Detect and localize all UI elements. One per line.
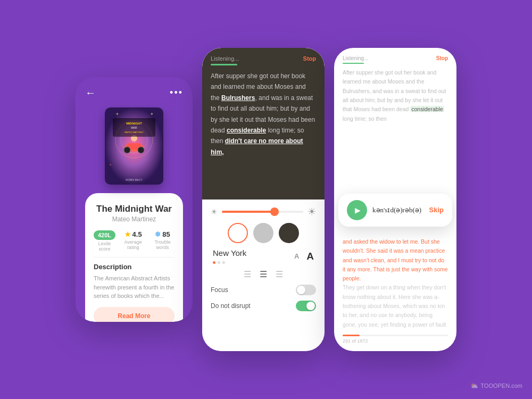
font-dot-3 xyxy=(222,261,225,264)
cloud-icon: ⛅ xyxy=(470,382,478,389)
font-dot-1 xyxy=(213,261,215,264)
svg-text:✦: ✦ xyxy=(115,112,119,117)
phone-word-lookup: Listening... Stop After supper she got o… xyxy=(334,48,456,351)
read-more-button[interactable]: Read More xyxy=(94,307,174,322)
play-icon: ▶ xyxy=(355,206,361,214)
trouble-label: Trouble words xyxy=(151,239,174,250)
book-author: Mateo Martinez xyxy=(94,215,174,223)
play-pronunciation-button[interactable]: ▶ xyxy=(347,200,367,220)
font-row: New York A A xyxy=(211,248,316,264)
stop-button-white[interactable]: Stop xyxy=(436,55,448,61)
settings-panel: ☀ ☀ New York xyxy=(202,200,325,351)
rating-label: Average rating xyxy=(121,239,145,250)
do-not-disrupt-label: Do not disrupt xyxy=(211,302,251,310)
pronunciation-card: ▶ kən'sɪd(ə)rəb(ə) Skip xyxy=(338,194,452,227)
watermark: ⛅ TOOOPEN.com xyxy=(470,382,522,389)
reading-area-dark: Listening... Stop After supper she got o… xyxy=(202,48,325,200)
snowflake-icon: ❄ xyxy=(155,230,161,238)
font-size-decrease[interactable]: A xyxy=(294,252,299,260)
svg-text:WAR: WAR xyxy=(131,126,137,129)
do-not-disrupt-row: Do not disrupt xyxy=(211,301,316,311)
do-not-disrupt-toggle[interactable] xyxy=(296,301,316,311)
reading-progress: 291 of 1872 xyxy=(334,329,456,351)
book-cover: MIDNIGHT WAR MATEO MARTINEZ ✦ ✦ ✦ ROBIN … xyxy=(105,107,163,185)
book-info-card: The Midnight War Mateo Martinez 420L Lex… xyxy=(85,193,183,322)
more-button[interactable]: ••• xyxy=(170,87,183,98)
focus-toggle[interactable] xyxy=(296,285,316,295)
lexile-label: Lexile score xyxy=(94,241,115,252)
watermark-text: TOOOPEN.com xyxy=(480,383,522,389)
align-center-icon[interactable]: ☰ xyxy=(260,269,267,279)
reading-text-gray-bottom: They get down on a thing when they don't… xyxy=(334,283,456,329)
focus-row: Focus xyxy=(211,285,316,295)
brightness-slider[interactable] xyxy=(222,211,303,213)
phone-reading-settings: Listening... Stop After supper she got o… xyxy=(202,48,325,351)
lexile-badge: 420L xyxy=(94,230,115,240)
svg-text:✦: ✦ xyxy=(109,163,112,167)
bulrushers-text: Bulrushers xyxy=(221,94,255,102)
swatch-white[interactable] xyxy=(228,223,248,243)
progress-bar-white xyxy=(343,63,364,64)
progress-fill xyxy=(343,335,360,336)
star-icon: ★ xyxy=(124,230,131,238)
listening-label-dark: Listening... xyxy=(211,55,239,62)
book-stats: 420L Lexile score ★ 4.5 Average rating ❄ xyxy=(94,230,174,252)
font-size-controls: A A xyxy=(294,251,314,262)
rating-value: ★ 4.5 xyxy=(124,230,142,238)
font-dot-2 xyxy=(218,261,220,264)
svg-text:ROBIN MACY: ROBIN MACY xyxy=(126,178,143,181)
didnt-care-text: didn't care no more about him, xyxy=(211,137,303,155)
skip-button[interactable]: Skip xyxy=(429,206,444,214)
svg-text:✦: ✦ xyxy=(150,112,154,117)
considerable-highlight: considerable xyxy=(410,106,444,112)
sun-large-icon: ☀ xyxy=(307,206,316,218)
sun-small-icon: ☀ xyxy=(211,207,218,216)
description-heading: Description xyxy=(94,263,174,271)
listening-label-white: Listening... xyxy=(343,55,368,61)
reading-text-orange-top: and asked the widow to let me. But she w… xyxy=(334,237,456,284)
progress-bar-container xyxy=(343,335,448,336)
color-swatches xyxy=(211,223,316,243)
font-name[interactable]: New York xyxy=(213,248,246,257)
swatch-gray[interactable] xyxy=(253,223,273,243)
svg-text:MIDNIGHT: MIDNIGHT xyxy=(126,122,142,125)
phone-book-detail: ← ••• xyxy=(76,77,193,322)
align-justify-icon[interactable]: ☰ xyxy=(276,269,283,279)
font-size-increase[interactable]: A xyxy=(306,251,314,262)
book-title: The Midnight War xyxy=(94,204,174,214)
back-button[interactable]: ← xyxy=(85,87,96,99)
trouble-value: ❄ 85 xyxy=(155,230,170,238)
divider xyxy=(94,257,174,257)
description-text: The American Abstract Artists herewith p… xyxy=(94,274,174,301)
focus-label: Focus xyxy=(211,286,228,294)
svg-text:MATEO MARTINEZ: MATEO MARTINEZ xyxy=(124,131,144,134)
reading-text-dark: After supper she got out her book and le… xyxy=(211,71,316,157)
swatch-dark[interactable] xyxy=(279,223,299,243)
svg-point-5 xyxy=(124,147,130,153)
considerable-text: considerable xyxy=(227,127,266,134)
progress-text: 291 of 1872 xyxy=(343,338,368,344)
stop-button-dark[interactable]: Stop xyxy=(303,55,316,62)
phonetic-text: kən'sɪd(ə)rəb(ə) xyxy=(372,206,424,214)
align-left-icon[interactable]: ☰ xyxy=(244,269,251,279)
alignment-row: ☰ ☰ ☰ xyxy=(211,269,316,279)
brightness-row: ☀ ☀ xyxy=(211,206,316,218)
svg-point-6 xyxy=(138,147,144,153)
progress-bar-dark xyxy=(211,64,237,65)
reading-text-top: After supper she got out her book and le… xyxy=(343,68,448,123)
